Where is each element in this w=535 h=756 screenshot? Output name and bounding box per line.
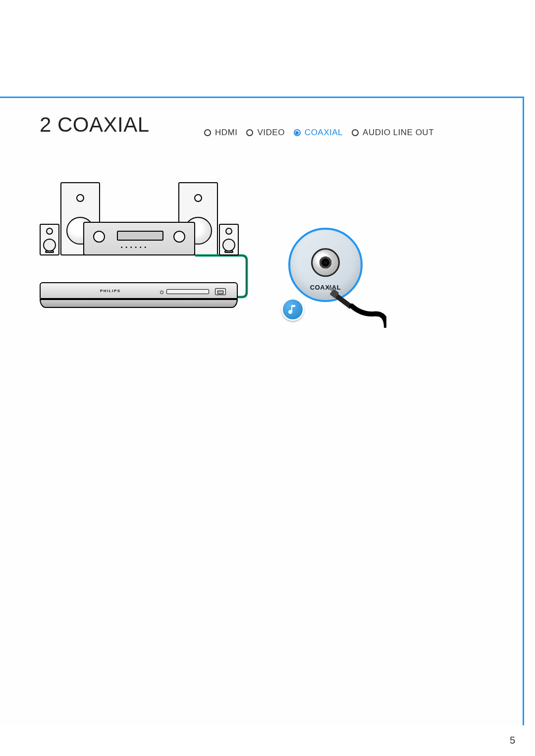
radio-audio-line-out (352, 129, 359, 136)
receiver-buttons-row: •••••• (121, 245, 149, 250)
radio-video (246, 129, 253, 136)
dvd-player: PHILIPS (40, 282, 238, 299)
speaker-foot (45, 251, 54, 253)
speaker-small-left (40, 224, 59, 255)
section-heading: 2 COAXIAL (40, 113, 150, 137)
coaxial-port-callout: COAXIAL (277, 223, 381, 327)
receiver-knob-right (173, 231, 185, 243)
section-title: COAXIAL (57, 113, 150, 136)
page-number: 5 (510, 735, 515, 746)
usb-port-icon (215, 288, 226, 295)
connection-diagram: •••••• PHILIPS COAXIAL (40, 183, 500, 332)
music-note-icon (281, 298, 304, 321)
player-brand: PHILIPS (100, 289, 121, 293)
disc-tray (166, 289, 209, 294)
tweeter-icon (225, 228, 232, 235)
tweeter-icon (46, 228, 53, 235)
radio-coaxial (294, 129, 301, 136)
receiver-display (117, 231, 163, 241)
receiver-knob-left (93, 231, 105, 243)
coaxial-plug-icon (327, 283, 386, 328)
option-hdmi: HDMI (215, 128, 237, 138)
coaxial-jack-icon (311, 248, 340, 277)
radio-hdmi (204, 129, 211, 136)
av-receiver: •••••• (83, 222, 195, 255)
option-video: VIDEO (257, 128, 284, 138)
option-audio-line-out: AUDIO LINE OUT (363, 128, 434, 138)
connection-options: HDMI VIDEO COAXIAL AUDIO LINE OUT (204, 128, 440, 138)
speaker-foot (224, 251, 233, 253)
option-coaxial: COAXIAL (305, 128, 343, 138)
player-base (40, 299, 238, 308)
note-glyph (287, 303, 299, 315)
tweeter-icon (194, 194, 202, 202)
section-number: 2 (40, 113, 52, 136)
woofer-icon (222, 239, 235, 252)
tweeter-icon (76, 194, 84, 202)
woofer-icon (43, 239, 56, 252)
speaker-small-right (219, 224, 239, 255)
